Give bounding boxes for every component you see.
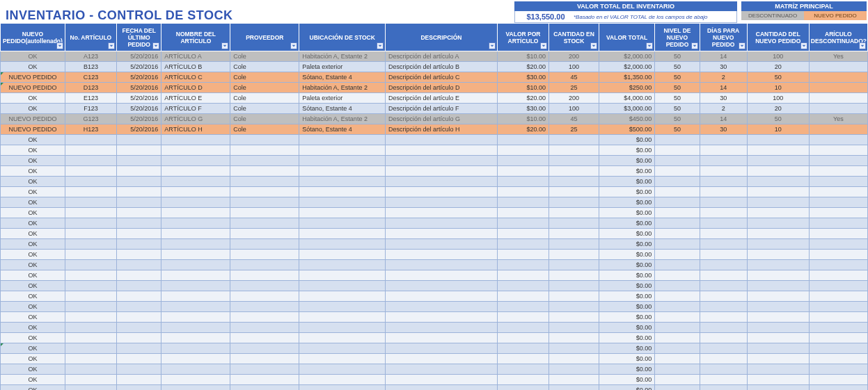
- col-header[interactable]: CANTIDAD EN STOCK: [549, 24, 599, 51]
- cell[interactable]: [386, 302, 498, 312]
- cell[interactable]: [700, 166, 747, 177]
- cell[interactable]: [497, 385, 549, 391]
- cell[interactable]: [161, 364, 230, 375]
- cell[interactable]: [700, 354, 747, 364]
- cell[interactable]: [161, 260, 230, 270]
- cell[interactable]: 100: [549, 104, 599, 114]
- cell[interactable]: Descripción del artículo D: [386, 83, 498, 93]
- cell[interactable]: NUEVO PEDIDO: [1, 124, 65, 135]
- table-row[interactable]: OK$0.00: [1, 323, 868, 333]
- cell[interactable]: [386, 145, 498, 156]
- cell[interactable]: [497, 364, 549, 375]
- cell[interactable]: [655, 250, 700, 260]
- cell[interactable]: [161, 270, 230, 281]
- cell[interactable]: 50: [655, 114, 700, 124]
- cell[interactable]: [299, 375, 386, 385]
- cell[interactable]: [497, 197, 549, 208]
- cell[interactable]: [117, 364, 161, 375]
- cell[interactable]: [230, 385, 299, 391]
- cell[interactable]: $0.00: [599, 333, 654, 343]
- cell[interactable]: [809, 177, 867, 187]
- cell[interactable]: [386, 218, 498, 229]
- cell[interactable]: ARTÍCULO A: [161, 51, 230, 62]
- cell[interactable]: [747, 239, 809, 250]
- cell[interactable]: [65, 208, 116, 218]
- cell[interactable]: $0.00: [599, 281, 654, 291]
- cell[interactable]: [747, 156, 809, 166]
- cell[interactable]: $500.00: [599, 124, 654, 135]
- cell[interactable]: [386, 281, 498, 291]
- cell[interactable]: [386, 354, 498, 364]
- cell[interactable]: [299, 302, 386, 312]
- cell[interactable]: $10.00: [497, 51, 549, 62]
- cell[interactable]: [161, 239, 230, 250]
- table-row[interactable]: OK$0.00: [1, 385, 868, 391]
- cell[interactable]: 5/20/2016: [117, 83, 161, 93]
- cell[interactable]: [747, 145, 809, 156]
- cell[interactable]: [299, 166, 386, 177]
- cell[interactable]: [497, 281, 549, 291]
- cell[interactable]: $0.00: [599, 364, 654, 375]
- cell[interactable]: OK: [1, 239, 65, 250]
- cell[interactable]: [497, 291, 549, 302]
- cell[interactable]: [747, 333, 809, 343]
- cell[interactable]: 50: [655, 93, 700, 104]
- cell[interactable]: 25: [549, 124, 599, 135]
- cell[interactable]: [809, 270, 867, 281]
- cell[interactable]: 100: [747, 51, 809, 62]
- cell[interactable]: [549, 177, 599, 187]
- cell[interactable]: 2: [700, 72, 747, 83]
- cell[interactable]: [65, 250, 116, 260]
- filter-dropdown-icon[interactable]: [377, 42, 384, 49]
- cell[interactable]: [230, 208, 299, 218]
- col-header[interactable]: VALOR POR ARTÍCULO: [497, 24, 549, 51]
- cell[interactable]: [809, 333, 867, 343]
- cell[interactable]: OK: [1, 312, 65, 323]
- cell[interactable]: Descripción del artículo G: [386, 114, 498, 124]
- cell[interactable]: [386, 291, 498, 302]
- cell[interactable]: [117, 187, 161, 197]
- cell[interactable]: [747, 197, 809, 208]
- cell[interactable]: [700, 145, 747, 156]
- cell[interactable]: [299, 385, 386, 391]
- cell[interactable]: 200: [549, 93, 599, 104]
- cell[interactable]: OK: [1, 156, 65, 166]
- cell[interactable]: $0.00: [599, 145, 654, 156]
- cell[interactable]: [117, 312, 161, 323]
- cell[interactable]: 50: [655, 62, 700, 72]
- cell[interactable]: [230, 166, 299, 177]
- cell[interactable]: 45: [549, 72, 599, 83]
- table-row[interactable]: OK$0.00: [1, 281, 868, 291]
- cell[interactable]: [117, 291, 161, 302]
- cell[interactable]: [299, 312, 386, 323]
- cell[interactable]: [655, 323, 700, 333]
- cell[interactable]: [497, 333, 549, 343]
- cell[interactable]: [747, 291, 809, 302]
- cell[interactable]: OK: [1, 145, 65, 156]
- cell[interactable]: [655, 229, 700, 239]
- cell[interactable]: [809, 145, 867, 156]
- cell[interactable]: [161, 312, 230, 323]
- cell[interactable]: $0.00: [599, 270, 654, 281]
- filter-dropdown-icon[interactable]: [56, 42, 63, 49]
- cell[interactable]: 45: [549, 114, 599, 124]
- cell[interactable]: [549, 302, 599, 312]
- cell[interactable]: [809, 312, 867, 323]
- cell[interactable]: [809, 218, 867, 229]
- cell[interactable]: [230, 218, 299, 229]
- table-row[interactable]: OK$0.00: [1, 354, 868, 364]
- cell[interactable]: ARTÍCULO F: [161, 104, 230, 114]
- cell[interactable]: Descripción del artículo E: [386, 93, 498, 104]
- cell[interactable]: $0.00: [599, 187, 654, 197]
- cell[interactable]: [117, 145, 161, 156]
- cell[interactable]: [497, 239, 549, 250]
- cell[interactable]: [655, 218, 700, 229]
- cell[interactable]: [65, 260, 116, 270]
- cell[interactable]: [700, 208, 747, 218]
- cell[interactable]: [230, 239, 299, 250]
- cell[interactable]: [497, 323, 549, 333]
- cell[interactable]: Sótano, Estante 4: [299, 72, 386, 83]
- table-row[interactable]: OK$0.00: [1, 260, 868, 270]
- cell[interactable]: $20.00: [497, 124, 549, 135]
- cell[interactable]: [700, 197, 747, 208]
